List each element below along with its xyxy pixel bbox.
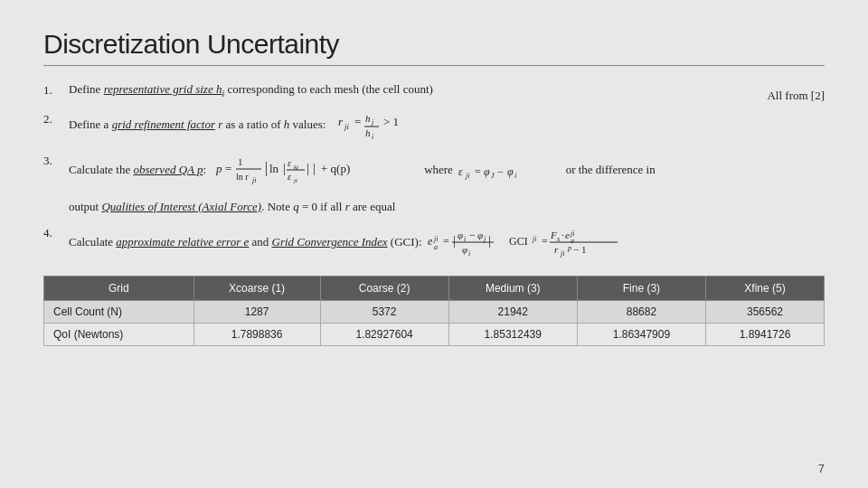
- list-item-3: 3. Calculate the observed QA p: p = 1 ln…: [43, 151, 825, 191]
- item-2-text: Define a grid refinement factor r as a r…: [69, 109, 825, 142]
- note-line: output Qualities of Interest (Axial Forc…: [69, 200, 825, 214]
- term-grid-refinement-factor: grid refinement factor: [112, 117, 215, 131]
- item-1-num: 1.: [43, 80, 69, 99]
- table-cell-r0-c0: Cell Count (N): [44, 300, 194, 323]
- slide: Discretization Uncertainty 1. Define rep…: [0, 0, 868, 488]
- svg-text:r: r: [554, 244, 559, 255]
- svg-text:J: J: [491, 172, 495, 180]
- term-representative-grid-size: representative grid size hi: [104, 82, 225, 96]
- table-cell-r0-c3: 21942: [448, 300, 577, 323]
- item-3-text: Calculate the observed QA p: p = 1 ln r …: [69, 151, 825, 191]
- svg-text:ji: ji: [344, 122, 350, 131]
- svg-text:GCI: GCI: [509, 235, 528, 248]
- all-from-label: All from [2]: [767, 89, 825, 103]
- svg-text:|: |: [283, 162, 286, 175]
- svg-text:ji: ji: [560, 249, 564, 258]
- item-4-text: Calculate approximate relative error e a…: [69, 223, 825, 263]
- content-area: 1. Define representative grid size hi co…: [43, 80, 825, 346]
- svg-text:a: a: [434, 243, 438, 251]
- svg-text:> 1: > 1: [383, 115, 399, 128]
- item-4-num: 4.: [43, 223, 69, 242]
- svg-text:i: i: [468, 249, 470, 258]
- svg-text:=: =: [225, 162, 231, 175]
- svg-text:|: |: [313, 162, 316, 175]
- svg-text:|: |: [307, 162, 309, 175]
- table-cell-r0-c2: 5372: [320, 300, 448, 323]
- svg-text:|: |: [453, 234, 456, 248]
- item-1-text: Define representative grid size hi corre…: [69, 80, 825, 100]
- term-observed-qa-p: observed QA p: [133, 163, 203, 176]
- svg-text:·: ·: [561, 230, 564, 240]
- list-item-1: 1. Define representative grid size hi co…: [43, 80, 825, 100]
- col-header-coarse: Coarse (2): [320, 276, 448, 300]
- col-header-grid: Grid: [44, 276, 194, 300]
- svg-text:ln r: ln r: [236, 172, 249, 182]
- svg-text:h: h: [365, 113, 371, 124]
- list-item-2: 2. Define a grid refinement factor r as …: [43, 109, 825, 142]
- svg-text:ji: ji: [433, 235, 438, 243]
- svg-text:|: |: [488, 234, 491, 248]
- formula-rji: r ji = h j h i > 1: [338, 109, 420, 142]
- table-cell-r0-c5: 356562: [706, 300, 825, 323]
- svg-text:p: p: [216, 162, 222, 175]
- list-item-4: 4. Calculate approximate relative error …: [43, 223, 825, 263]
- svg-text:e: e: [565, 230, 570, 240]
- svg-text:p: p: [567, 244, 571, 252]
- svg-text:−: −: [469, 229, 476, 241]
- item-3-num: 3.: [43, 151, 69, 170]
- col-header-xcoarse: Xcoarse (1): [193, 276, 320, 300]
- table-row: Cell Count (N)128753722194288682356562: [44, 300, 825, 323]
- svg-text:φ: φ: [484, 165, 490, 178]
- svg-text:φ: φ: [507, 165, 514, 178]
- svg-text:1: 1: [238, 156, 243, 167]
- table-row: QoI (Newtons)1.78988361.829276041.853124…: [44, 323, 825, 345]
- svg-text:j: j: [371, 118, 374, 127]
- term-qualities-of-interest: Qualities of Interest (Axial Force): [101, 200, 261, 213]
- svg-text:ε: ε: [458, 165, 463, 178]
- table-cell-r1-c3: 1.85312439: [448, 323, 577, 345]
- svg-text:|: |: [265, 160, 268, 176]
- svg-text:F: F: [550, 230, 557, 240]
- svg-text:ln: ln: [269, 162, 279, 175]
- svg-text:r: r: [338, 115, 344, 128]
- item-2-num: 2.: [43, 109, 69, 128]
- data-table-wrapper: Grid Xcoarse (1) Coarse (2) Medium (3) F…: [43, 276, 825, 346]
- table-cell-r0-c4: 88682: [577, 300, 705, 323]
- svg-text:ji: ji: [532, 235, 536, 243]
- table-cell-r1-c2: 1.82927604: [320, 323, 448, 345]
- svg-text:e: e: [428, 235, 433, 248]
- svg-text:ji: ji: [251, 176, 256, 184]
- svg-text:=: =: [475, 165, 481, 178]
- svg-text:ji: ji: [465, 172, 469, 180]
- svg-text:=: =: [354, 115, 361, 128]
- slide-title: Discretization Uncertainty: [43, 29, 825, 60]
- title-divider: [43, 65, 825, 66]
- data-table: Grid Xcoarse (1) Coarse (2) Medium (3) F…: [43, 276, 825, 346]
- formula-p: p = 1 ln r ji | ln | ε kj ε: [216, 151, 415, 191]
- table-header-row: Grid Xcoarse (1) Coarse (2) Medium (3) F…: [44, 276, 825, 300]
- term-gci: Grid Convergence Index: [272, 235, 388, 249]
- svg-text:φ: φ: [462, 244, 467, 255]
- svg-text:=: =: [443, 235, 449, 248]
- col-header-medium: Medium (3): [448, 276, 577, 300]
- table-cell-r1-c1: 1.7898836: [193, 323, 320, 345]
- svg-text:+ q(p): + q(p): [321, 162, 350, 175]
- table-cell-r1-c0: QoI (Newtons): [44, 323, 194, 345]
- table-cell-r1-c4: 1.86347909: [577, 323, 705, 345]
- svg-text:φ: φ: [477, 230, 483, 240]
- formula-eps: ε ji = φ J − φ i: [458, 160, 562, 182]
- svg-text:h: h: [365, 127, 371, 138]
- table-cell-r1-c5: 1.8941726: [706, 323, 825, 345]
- formula-gci: e ji a = | φ i − φ j | φ i: [428, 223, 672, 263]
- svg-text:φ: φ: [458, 230, 463, 240]
- col-header-xfine: Xfine (5): [706, 276, 825, 300]
- svg-text:ji: ji: [293, 177, 297, 184]
- svg-text:i: i: [514, 172, 516, 180]
- svg-text:−: −: [497, 165, 504, 178]
- col-header-fine: Fine (3): [577, 276, 705, 300]
- table-body: Cell Count (N)128753722194288682356562Qo…: [44, 300, 825, 345]
- svg-text:− 1: − 1: [573, 244, 586, 255]
- svg-text:ε: ε: [288, 158, 291, 168]
- table-cell-r0-c1: 1287: [193, 300, 320, 323]
- term-approx-relative-error: approximate relative error e: [116, 235, 249, 249]
